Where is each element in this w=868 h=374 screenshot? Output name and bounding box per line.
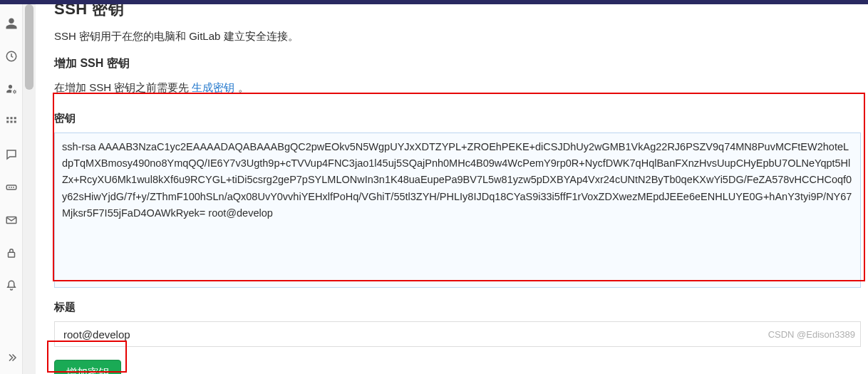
scrollbar[interactable] — [23, 4, 36, 374]
title-label: 标题 — [54, 301, 868, 314]
add-key-button[interactable]: 增加密钥 — [54, 360, 121, 374]
mail-icon[interactable] — [5, 214, 18, 227]
expand-icon[interactable] — [5, 351, 18, 364]
svg-rect-7 — [14, 121, 16, 123]
left-rail — [0, 4, 23, 374]
page-description: SSH 密钥用于在您的电脑和 GitLab 建立安全连接。 — [54, 30, 868, 43]
lock-icon[interactable] — [5, 246, 18, 259]
svg-point-10 — [11, 187, 12, 188]
more-icon[interactable] — [5, 181, 18, 194]
helper-prefix: 在增加 SSH 密钥之前需要先 — [54, 81, 192, 93]
svg-rect-6 — [10, 121, 12, 123]
helper-text: 在增加 SSH 密钥之前需要先 生成密钥 。 — [54, 81, 868, 95]
user-gear-icon[interactable] — [5, 83, 18, 95]
svg-rect-13 — [8, 252, 14, 257]
key-textarea[interactable]: ssh-rsa AAAAB3NzaC1yc2EAAAADAQABAAABgQC2… — [54, 133, 861, 288]
svg-rect-3 — [10, 117, 12, 119]
grid-icon[interactable] — [5, 115, 18, 128]
scrollbar-thumb[interactable] — [25, 4, 33, 90]
svg-point-11 — [13, 187, 14, 188]
user-icon[interactable] — [5, 17, 18, 30]
title-input[interactable] — [54, 321, 861, 347]
svg-point-1 — [14, 90, 16, 93]
generate-key-link[interactable]: 生成密钥 — [192, 81, 234, 93]
main-content: SSH 密钥 SSH 密钥用于在您的电脑和 GitLab 建立安全连接。 增加 … — [36, 4, 868, 374]
watermark: CSDN @Edison3389 — [768, 329, 855, 340]
bell-icon[interactable] — [5, 279, 18, 292]
key-label: 密钥 — [54, 112, 868, 125]
section-title: 增加 SSH 密钥 — [54, 56, 868, 71]
page-title: SSH 密钥 — [54, 4, 868, 20]
svg-rect-5 — [6, 121, 9, 123]
svg-point-9 — [9, 187, 10, 188]
svg-rect-2 — [6, 117, 9, 119]
helper-suffix: 。 — [234, 81, 248, 93]
chat-icon[interactable] — [5, 148, 18, 161]
clock-icon[interactable] — [5, 50, 18, 63]
svg-rect-4 — [14, 117, 16, 119]
